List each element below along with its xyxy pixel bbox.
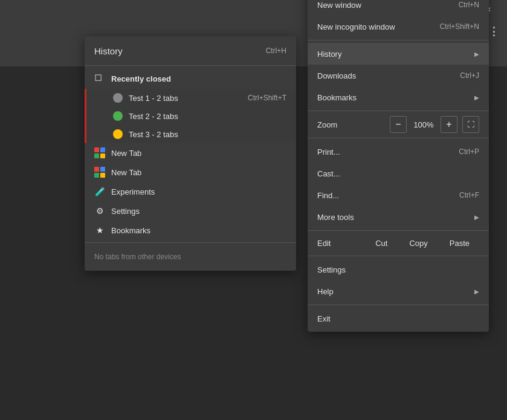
no-tabs-text: No tabs from other devices xyxy=(85,245,296,268)
tab-label-3: Test 3 - 2 tabs xyxy=(129,130,286,139)
zoom-row: Zoom − 100% + ⛶ xyxy=(308,114,489,135)
new-window-shortcut: Ctrl+N xyxy=(459,1,479,9)
downloads-shortcut: Ctrl+J xyxy=(460,71,479,80)
find-item[interactable]: Find... Ctrl+F xyxy=(308,184,489,206)
new-window-label: New window xyxy=(317,1,361,10)
paste-button[interactable]: Paste xyxy=(440,236,479,251)
zoom-controls: − 100% + xyxy=(390,116,457,133)
zoom-value: 100% xyxy=(408,120,439,129)
print-shortcut: Ctrl+P xyxy=(459,147,479,156)
more-tools-item[interactable]: More tools xyxy=(308,206,489,228)
history-app-item-2[interactable]: New Tab xyxy=(85,163,296,182)
bookmarks-item[interactable]: Bookmarks xyxy=(308,86,489,108)
new-incognito-shortcut: Ctrl+Shift+N xyxy=(440,22,479,31)
tab-favicon-1 xyxy=(113,93,123,103)
help-label: Help xyxy=(317,287,334,296)
app-label-4: Settings xyxy=(111,207,140,216)
history-tab-3[interactable]: Test 3 - 2 tabs xyxy=(85,125,296,143)
history-arrow xyxy=(474,51,479,57)
bookmarks-label: Bookmarks xyxy=(317,93,357,102)
copy-button[interactable]: Copy xyxy=(399,236,437,251)
new-incognito-label: New incognito window xyxy=(317,22,395,31)
new-window-item[interactable]: New window Ctrl+N xyxy=(308,0,489,16)
recently-closed-icon: ☐ xyxy=(94,73,105,84)
zoom-minus-button[interactable]: − xyxy=(390,116,407,133)
tab-favicon-2 xyxy=(113,111,123,121)
tab-label-2: Test 2 - 2 tabs xyxy=(129,112,286,121)
downloads-label: Downloads xyxy=(317,71,356,80)
more-tools-label: More tools xyxy=(317,213,354,222)
cast-item[interactable]: Cast... xyxy=(308,163,489,184)
history-divider-2 xyxy=(85,242,296,243)
app-grid-icon-1 xyxy=(94,147,105,158)
app-label-5: Bookmarks xyxy=(111,226,150,235)
app-grid-icon-2 xyxy=(94,167,105,178)
app-label-3: Experiments xyxy=(111,187,155,196)
history-app-item-1[interactable]: New Tab xyxy=(85,143,296,163)
print-item[interactable]: Print... Ctrl+P xyxy=(308,141,489,163)
history-submenu-title: History xyxy=(94,46,123,56)
chrome-menu: New tab Ctrl+T New window Ctrl+N New inc… xyxy=(308,0,489,332)
downloads-item[interactable]: Downloads Ctrl+J xyxy=(308,65,489,86)
app-label-1: New Tab xyxy=(111,149,141,158)
bookmarks-star-icon: ★ xyxy=(94,225,105,236)
tab-label-1: Test 1 - 2 tabs xyxy=(129,94,242,103)
tab-favicon-3 xyxy=(113,129,123,139)
app-label-2: New Tab xyxy=(111,168,141,177)
zoom-fullscreen-button[interactable]: ⛶ xyxy=(462,116,479,133)
zoom-plus-button[interactable]: + xyxy=(441,116,457,133)
bookmarks-arrow xyxy=(474,94,479,101)
history-submenu-header: History Ctrl+H xyxy=(85,39,296,63)
settings-label: Settings xyxy=(317,265,346,274)
history-app-item-3[interactable]: 🧪 Experiments xyxy=(85,182,296,201)
edit-row: Edit Cut Copy Paste xyxy=(308,233,489,253)
history-tab-1[interactable]: Test 1 - 2 tabs Ctrl+Shift+T xyxy=(85,89,296,107)
help-item[interactable]: Help xyxy=(308,280,489,302)
cut-button[interactable]: Cut xyxy=(366,236,397,251)
new-incognito-item[interactable]: New incognito window Ctrl+Shift+N xyxy=(308,16,489,37)
history-divider-1 xyxy=(85,65,296,66)
menu-divider-6 xyxy=(308,305,489,305)
tab-shortcut-1: Ctrl+Shift+T xyxy=(248,94,286,102)
history-label: History xyxy=(317,50,341,59)
history-app-item-5[interactable]: ★ Bookmarks xyxy=(85,221,296,240)
menu-divider-3 xyxy=(308,138,489,138)
find-label: Find... xyxy=(317,191,339,200)
experiments-icon: 🧪 xyxy=(94,186,105,197)
more-tools-arrow xyxy=(474,214,479,221)
recently-closed-label: Recently closed xyxy=(111,74,171,83)
cast-label: Cast... xyxy=(317,169,340,178)
exit-item[interactable]: Exit xyxy=(308,308,489,329)
history-item[interactable]: History xyxy=(308,43,489,65)
menu-divider-4 xyxy=(308,230,489,231)
menu-divider-5 xyxy=(308,256,489,256)
settings-item[interactable]: Settings xyxy=(308,259,489,280)
help-arrow xyxy=(474,288,479,295)
recently-closed-header: ☐ Recently closed xyxy=(85,68,296,89)
history-shortcut: Ctrl+H xyxy=(266,47,286,55)
history-tab-2[interactable]: Test 2 - 2 tabs xyxy=(85,107,296,125)
zoom-label: Zoom xyxy=(317,120,385,129)
print-label: Print... xyxy=(317,147,340,157)
edit-label: Edit xyxy=(317,239,363,248)
settings-gear-icon: ⚙ xyxy=(94,205,105,216)
menu-divider-2 xyxy=(308,111,489,111)
history-submenu: History Ctrl+H ☐ Recently closed Test 1 … xyxy=(85,36,296,271)
exit-label: Exit xyxy=(317,314,331,323)
history-app-item-4[interactable]: ⚙ Settings xyxy=(85,201,296,221)
menu-divider-1 xyxy=(308,40,489,40)
find-shortcut: Ctrl+F xyxy=(459,191,479,199)
